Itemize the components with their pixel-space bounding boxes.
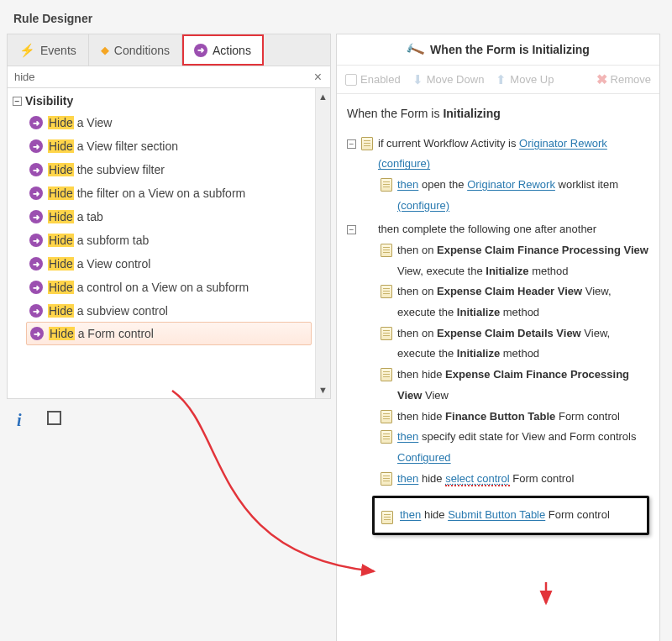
tab-label: Events (40, 44, 76, 57)
arrow-circle-icon: ➜ (29, 257, 43, 271)
rule-toolbar: Enabled ⬇ Move Down ⬆ Move Up ✖ Remove (337, 66, 659, 94)
tree-item-label: Hide a control on a View on a subform (48, 281, 249, 294)
arrow-circle-icon: ➜ (194, 44, 207, 57)
tree-item[interactable]: ➜Hide a control on a View on a subform (11, 276, 315, 299)
tree-item[interactable]: ➜Hide a tab (11, 205, 315, 229)
doc-icon (381, 472, 392, 486)
rule-title: When the Form is Initializing (347, 102, 651, 125)
rule-step[interactable]: then on Expense Claim Header View View, … (381, 281, 651, 323)
tree-item-label: Hide a View filter section (48, 139, 178, 153)
arrow-down-icon: ⬇ (412, 72, 423, 87)
doc-icon (381, 285, 392, 298)
tab-actions[interactable]: ➜ Actions (182, 34, 264, 66)
link-then[interactable]: then (397, 430, 418, 443)
tree-item-label: Hide a Form control (49, 327, 154, 340)
rule-header: 🔨 When the Form is Initializing (337, 34, 659, 66)
arrow-circle-icon: ➜ (29, 281, 43, 294)
rule-step[interactable]: then on Expense Claim Details View View,… (381, 323, 651, 365)
link-configure[interactable]: (configure) (397, 199, 449, 212)
doc-icon (381, 368, 392, 381)
arrow-circle-icon: ➜ (29, 116, 43, 129)
rule-then-complete[interactable]: − then complete the following one after … (347, 219, 651, 240)
diamond-icon: ◆ (101, 44, 109, 56)
link-originator-rework[interactable]: Originator Rework (467, 178, 555, 191)
tree-item-label: Hide the filter on a View on a subform (48, 187, 245, 200)
rule-step-submit-button[interactable]: then hide Submit Button Table Form contr… (372, 496, 649, 535)
doc-icon (381, 327, 392, 340)
arrow-circle-icon: ➜ (29, 163, 43, 176)
tree-item[interactable]: ➜Hide a View (11, 111, 315, 134)
rule-step[interactable]: then hide Finance Button Table Form cont… (381, 407, 651, 428)
link-select-control[interactable]: select control (445, 472, 510, 486)
arrow-circle-icon: ➜ (29, 187, 43, 200)
tree-item-label: Hide the subview filter (48, 163, 165, 176)
gavel-icon: 🔨 (404, 39, 426, 60)
rule-then-open[interactable]: then open the Originator Rework worklist… (347, 175, 651, 216)
square-icon[interactable] (47, 411, 61, 425)
tree-item[interactable]: ➜Hide a Form control (26, 322, 312, 345)
tab-events[interactable]: ⚡ Events (8, 34, 89, 66)
doc-icon (381, 430, 392, 444)
doc-icon (361, 137, 373, 150)
arrow-circle-icon: ➜ (29, 139, 43, 153)
doc-icon (381, 511, 393, 524)
clear-icon[interactable]: × (311, 70, 325, 85)
rule-step-select-control[interactable]: then hide select control Form control (381, 469, 651, 490)
link-then[interactable]: then (397, 472, 418, 485)
arrow-circle-icon: ➜ (29, 304, 43, 318)
tree-item[interactable]: ➜Hide the subview filter (11, 158, 315, 181)
info-icon[interactable]: i (17, 411, 22, 430)
link-originator-rework[interactable]: Originator Rework (519, 137, 607, 150)
rule-step[interactable]: then hide Expense Claim Finance Processi… (381, 365, 651, 406)
tree-item[interactable]: ➜Hide a View control (11, 252, 315, 276)
group-label: Visibility (25, 94, 73, 108)
tree-item-label: Hide a subview control (48, 304, 168, 318)
remove-button[interactable]: ✖ Remove (596, 71, 651, 87)
arrow-circle-icon: ➜ (29, 210, 43, 223)
tree-item-label: Hide a View control (48, 257, 150, 271)
tree-item[interactable]: ➜Hide the filter on a View on a subform (11, 181, 315, 205)
doc-icon (381, 244, 392, 257)
search-box: × (7, 66, 331, 88)
arrow-up-icon: ⬆ (496, 72, 507, 87)
tree-item-label: Hide a tab (48, 210, 103, 223)
collapse-icon[interactable]: − (347, 139, 356, 149)
doc-icon (381, 178, 392, 192)
scrollbar[interactable]: ▲ ▼ (315, 88, 330, 398)
enabled-toggle[interactable]: Enabled (345, 73, 401, 86)
rule-step[interactable]: then on Expense Claim Finance Processing… (381, 240, 651, 281)
search-input[interactable] (13, 69, 311, 85)
tree-item[interactable]: ➜Hide a subview control (11, 299, 315, 323)
tree-item[interactable]: ➜Hide a subform tab (11, 229, 315, 252)
doc-icon (381, 410, 392, 423)
tree-item[interactable]: ➜Hide a View filter section (11, 134, 315, 158)
collapse-icon[interactable]: − (347, 225, 356, 234)
rule-step[interactable]: then specify edit state for View and For… (381, 427, 651, 468)
collapse-icon[interactable]: − (13, 97, 22, 106)
tab-label: Actions (213, 44, 251, 57)
rule-body: When the Form is Initializing − if curre… (337, 94, 659, 641)
move-down-button[interactable]: ⬇ Move Down (412, 72, 485, 87)
rule-header-text: When the Form is Initializing (430, 43, 590, 56)
action-tree: − Visibility ➜Hide a View➜Hide a View fi… (8, 88, 315, 398)
page-title: Rule Designer (7, 7, 664, 34)
bolt-icon: ⚡ (19, 43, 35, 58)
link-configure[interactable]: (configure) (378, 157, 430, 170)
rule-if-row[interactable]: − if current Workflow Activity is Origin… (347, 134, 651, 175)
tree-group-visibility[interactable]: − Visibility (11, 92, 315, 111)
link-configured[interactable]: Configured (397, 451, 451, 464)
tab-label: Conditions (114, 44, 170, 57)
action-tabs: ⚡ Events ◆ Conditions ➜ Actions (7, 34, 331, 66)
scroll-down-icon[interactable]: ▼ (318, 383, 328, 397)
link-then[interactable]: then (397, 178, 418, 191)
scroll-up-icon[interactable]: ▲ (318, 90, 328, 103)
x-icon: ✖ (596, 71, 607, 87)
link-then[interactable]: then (400, 508, 421, 521)
link-submit-button-table[interactable]: Submit Button Table (448, 508, 545, 521)
tab-conditions[interactable]: ◆ Conditions (89, 34, 182, 66)
move-up-button[interactable]: ⬆ Move Up (496, 72, 554, 87)
tree-item-label: Hide a View (48, 116, 112, 129)
arrow-circle-icon: ➜ (30, 327, 44, 340)
arrow-circle-icon: ➜ (29, 234, 43, 247)
tree-item-label: Hide a subform tab (48, 234, 149, 247)
